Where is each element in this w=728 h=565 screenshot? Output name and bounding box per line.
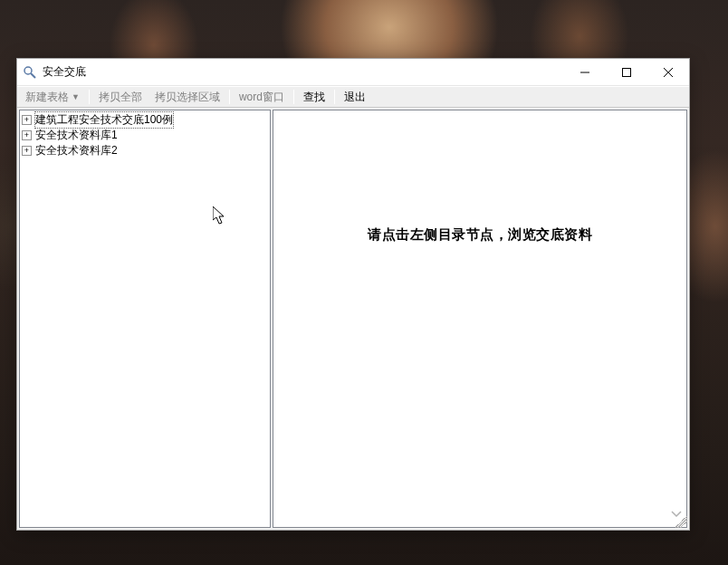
word-window-label: word窗口 (239, 90, 284, 105)
close-button[interactable] (647, 59, 689, 85)
tree-node-label[interactable]: 建筑工程安全技术交底100例 (34, 111, 174, 129)
copy-all-button[interactable]: 拷贝全部 (92, 87, 148, 107)
resize-grip[interactable] (675, 515, 687, 528)
toolbar: 新建表格 ▼ 拷贝全部 拷贝选择区域 word窗口 查找 退出 (17, 86, 689, 108)
toolbar-separator (89, 90, 90, 104)
titlebar[interactable]: 安全交底 (17, 59, 689, 86)
window-title: 安全交底 (43, 64, 86, 80)
copy-all-label: 拷贝全部 (99, 90, 142, 105)
tree-node-label[interactable]: 安全技术资料库2 (34, 143, 119, 158)
tree-pane[interactable]: + 建筑工程安全技术交底100例 + 安全技术资料库1 + 安全技术资料库2 (19, 110, 271, 528)
tree-node-label[interactable]: 安全技术资料库1 (34, 128, 119, 143)
svg-line-1 (31, 73, 35, 78)
exit-button[interactable]: 退出 (338, 87, 372, 107)
exit-label: 退出 (344, 90, 366, 105)
body-area: + 建筑工程安全技术交底100例 + 安全技术资料库1 + 安全技术资料库2 请… (17, 108, 689, 530)
maximize-button[interactable] (606, 59, 647, 85)
find-button[interactable]: 查找 (297, 87, 331, 107)
app-icon (23, 65, 37, 80)
toolbar-separator (293, 90, 294, 104)
toolbar-separator (334, 90, 335, 104)
dropdown-caret-icon: ▼ (72, 92, 80, 101)
empty-message: 请点击左侧目录节点，浏览交底资料 (273, 226, 686, 244)
expand-icon[interactable]: + (22, 115, 32, 125)
expand-icon[interactable]: + (22, 146, 32, 156)
tree-node[interactable]: + 安全技术资料库2 (22, 143, 268, 158)
word-window-button[interactable]: word窗口 (233, 87, 291, 107)
svg-rect-3 (623, 68, 631, 76)
content-pane[interactable]: 请点击左侧目录节点，浏览交底资料 (273, 110, 687, 528)
minimize-button[interactable] (564, 59, 606, 85)
toolbar-separator (229, 90, 230, 104)
copy-selection-label: 拷贝选择区域 (155, 90, 220, 105)
expand-icon[interactable]: + (22, 130, 32, 140)
tree-node[interactable]: + 建筑工程安全技术交底100例 (22, 112, 268, 128)
new-table-label: 新建表格 (25, 90, 69, 105)
window-controls (564, 59, 689, 85)
copy-selection-button[interactable]: 拷贝选择区域 (148, 87, 226, 107)
app-window: 安全交底 新建表格 ▼ 拷贝全部 拷贝选择区域 word窗口 (16, 58, 690, 531)
find-label: 查找 (303, 90, 325, 105)
svg-point-0 (24, 67, 32, 74)
new-table-button[interactable]: 新建表格 ▼ (19, 87, 86, 107)
tree-node[interactable]: + 安全技术资料库1 (22, 128, 268, 143)
